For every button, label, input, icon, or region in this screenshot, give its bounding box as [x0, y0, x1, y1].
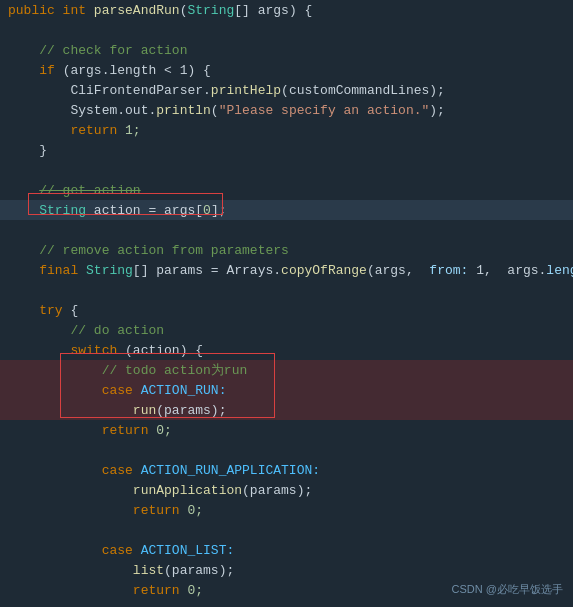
- code-line: [0, 600, 573, 607]
- code-line: switch (action) {: [0, 340, 573, 360]
- code-line: // check for action: [0, 40, 573, 60]
- code-line: if (args.length < 1) {: [0, 60, 573, 80]
- code-line: System.out.println("Please specify an ac…: [0, 100, 573, 120]
- code-line: [0, 280, 573, 300]
- code-line: String action = args[0];: [0, 200, 573, 220]
- code-line: final String[] params = Arrays.copyOfRan…: [0, 260, 573, 280]
- code-line: }: [0, 140, 573, 160]
- code-line: [0, 520, 573, 540]
- code-line: case ACTION_RUN:: [0, 380, 573, 400]
- code-line: run(params);: [0, 400, 573, 420]
- code-line: case ACTION_LIST:: [0, 540, 573, 560]
- code-editor: public int parseAndRun(String[] args) { …: [0, 0, 573, 607]
- code-line: // remove action from parameters: [0, 240, 573, 260]
- code-line: case ACTION_RUN_APPLICATION:: [0, 460, 573, 480]
- code-line: [0, 20, 573, 40]
- code-line: [0, 220, 573, 240]
- code-line: list(params);: [0, 560, 573, 580]
- code-line: return 1;: [0, 120, 573, 140]
- watermark: CSDN @必吃早饭选手: [452, 582, 563, 597]
- code-line: [0, 440, 573, 460]
- code-line: [0, 160, 573, 180]
- code-line: // todo action为run: [0, 360, 573, 380]
- code-line: public int parseAndRun(String[] args) {: [0, 0, 573, 20]
- code-line: // do action: [0, 320, 573, 340]
- code-line: CliFrontendParser.printHelp(customComman…: [0, 80, 573, 100]
- code-line: runApplication(params);: [0, 480, 573, 500]
- code-line: // get action: [0, 180, 573, 200]
- code-line: return 0;: [0, 420, 573, 440]
- code-line: return 0;: [0, 500, 573, 520]
- code-line: try {: [0, 300, 573, 320]
